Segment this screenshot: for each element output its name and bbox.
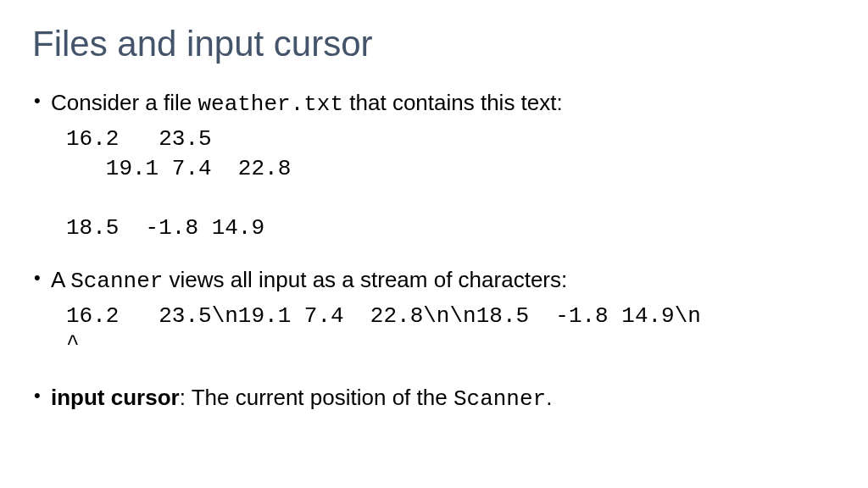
bullet-2-scanner: Scanner — [70, 269, 163, 294]
bullet-item-2: A Scanner views all input as a stream of… — [32, 265, 836, 297]
bullet-3-scanner: Scanner — [453, 386, 546, 412]
bullet-1-pre: Consider a file — [51, 90, 198, 115]
bullet-3-post: . — [546, 385, 552, 410]
bullet-item-1: Consider a file weather.txt that contain… — [32, 88, 836, 119]
bullet-1-post: that contains this text: — [343, 90, 563, 115]
bullet-2-post: views all input as a stream of character… — [163, 267, 567, 292]
bullet-1-filename: weather.txt — [198, 92, 343, 117]
bullet-list-3: input cursor: The current position of th… — [32, 383, 836, 414]
bullet-list-2: A Scanner views all input as a stream of… — [32, 265, 836, 297]
slide-title: Files and input cursor — [32, 24, 836, 64]
bullet-2-pre: A — [51, 267, 70, 292]
file-content-block: 16.2 23.5 19.1 7.4 22.8 18.5 -1.8 14.9 — [66, 125, 836, 243]
bullet-3-term: input cursor — [51, 385, 180, 410]
bullet-list: Consider a file weather.txt that contain… — [32, 88, 836, 119]
bullet-item-3: input cursor: The current position of th… — [32, 383, 836, 414]
bullet-3-mid: : The current position of the — [180, 385, 453, 410]
character-stream-block: 16.2 23.5\n19.1 7.4 22.8\n\n18.5 -1.8 14… — [66, 302, 836, 360]
